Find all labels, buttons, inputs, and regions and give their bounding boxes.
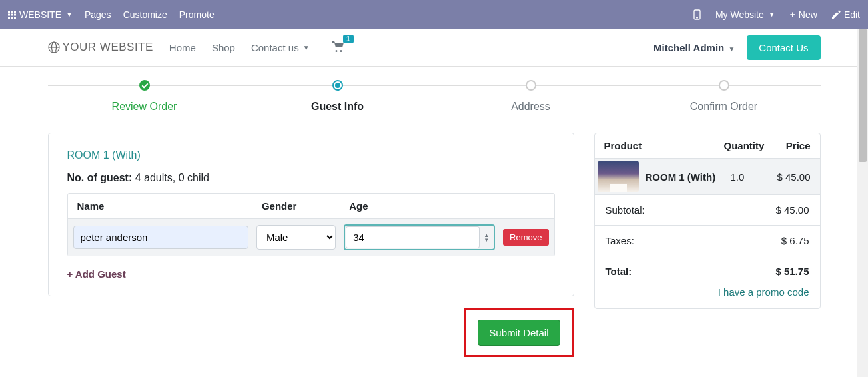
wizard-step-confirm[interactable]: Confirm Order [628, 80, 821, 113]
svg-rect-0 [8, 11, 10, 13]
caret-down-icon: ▼ [769, 11, 775, 18]
svg-rect-1 [11, 11, 13, 13]
summary-taxes: Taxes: $ 6.75 [595, 226, 820, 256]
promo-code-link[interactable]: I have a promo code [718, 286, 809, 298]
submit-highlight: Submit Detail [464, 308, 574, 357]
submit-detail-button[interactable]: Submit Detail [478, 320, 560, 346]
plus-icon: + [790, 9, 795, 20]
room-title: ROOM 1 (With) [67, 149, 555, 161]
mobile-icon [693, 9, 701, 20]
svg-rect-4 [11, 13, 13, 15]
checkout-wizard: Review Order Guest Info Address Confirm … [48, 80, 821, 113]
summary-total: Total: $ 51.75 [595, 256, 820, 286]
guest-age-input[interactable] [346, 226, 480, 248]
customize-link[interactable]: Customize [123, 9, 167, 20]
svg-rect-7 [11, 17, 13, 19]
guest-table: Name Gender Age Male [67, 193, 555, 256]
active-dot-icon [332, 80, 343, 91]
number-spinner[interactable]: ▲▼ [480, 226, 493, 248]
nav-shop[interactable]: Shop [212, 42, 235, 53]
taxes-label: Taxes: [606, 235, 634, 246]
th-age: Age [340, 194, 499, 219]
pages-link[interactable]: Pages [85, 9, 111, 20]
user-dropdown[interactable]: Mitchell Admin ▼ [653, 42, 735, 53]
site-nav: YOUR WEBSITE Home Shop Contact us ▼ 1 Mi… [0, 29, 868, 67]
wizard-step-guest[interactable]: Guest Info [241, 80, 434, 113]
brand[interactable]: YOUR WEBSITE [48, 41, 153, 54]
nav-contact-caret: ▼ [303, 44, 310, 51]
empty-dot-icon [526, 80, 536, 91]
grid-icon [8, 11, 16, 19]
wizard-step-address[interactable]: Address [434, 80, 628, 113]
guest-count-value: 4 adults, 0 child [135, 172, 209, 183]
order-summary: Product Quantity Price ROOM 1 (With) 1.0… [594, 133, 821, 309]
svg-rect-2 [14, 11, 16, 13]
th-product: Product [604, 140, 724, 151]
subtotal-label: Subtotal: [606, 204, 645, 216]
cart-button[interactable]: 1 [332, 41, 344, 54]
product-thumbnail [598, 161, 639, 192]
th-name: Name [68, 194, 252, 219]
user-label: Mitchell Admin [653, 42, 724, 53]
edit-label: Edit [844, 9, 860, 20]
item-name: ROOM 1 (With) [646, 171, 731, 183]
item-price: $ 45.00 [764, 171, 811, 183]
nav-home[interactable]: Home [169, 42, 196, 53]
svg-rect-3 [8, 13, 10, 15]
wizard-step-label: Address [434, 101, 628, 113]
subtotal-value: $ 45.00 [775, 204, 809, 216]
new-label: New [799, 9, 817, 20]
wizard-step-label: Guest Info [241, 101, 434, 113]
item-qty: 1.0 [731, 171, 764, 183]
guest-count-label: No. of guest: [67, 172, 133, 183]
taxes-value: $ 6.75 [781, 235, 809, 246]
wizard-step-review[interactable]: Review Order [48, 80, 241, 113]
summary-subtotal: Subtotal: $ 45.00 [595, 195, 820, 226]
total-value: $ 51.75 [775, 266, 809, 277]
summary-line-item: ROOM 1 (With) 1.0 $ 45.00 [595, 158, 820, 195]
vertical-scrollbar[interactable] [857, 29, 868, 377]
globe-icon [48, 41, 60, 53]
brand-label: YOUR WEBSITE [63, 41, 153, 54]
th-price: Price [771, 140, 811, 151]
th-quantity: Quantity [724, 140, 771, 151]
total-label: Total: [606, 266, 632, 277]
pencil-icon [832, 10, 841, 19]
guest-row: Male ▲▼ Remove [68, 219, 554, 256]
promo-row: I have a promo code [595, 286, 820, 308]
wizard-step-label: Review Order [48, 101, 241, 113]
guest-info-card: ROOM 1 (With) No. of guest: 4 adults, 0 … [48, 133, 574, 296]
nav-contact[interactable]: Contact us [251, 42, 299, 53]
new-button[interactable]: + New [790, 9, 817, 20]
mobile-preview[interactable] [693, 9, 701, 20]
svg-rect-8 [14, 17, 16, 19]
promote-link[interactable]: Promote [179, 9, 215, 20]
remove-guest-button[interactable]: Remove [503, 229, 548, 246]
svg-rect-5 [14, 13, 16, 15]
cart-icon [332, 41, 344, 52]
caret-down-icon: ▼ [66, 11, 73, 18]
cart-count-badge: 1 [343, 35, 354, 43]
mysite-label: My Website [715, 9, 764, 20]
contact-us-button[interactable]: Contact Us [747, 35, 820, 60]
add-guest-button[interactable]: + Add Guest [67, 268, 126, 280]
empty-dot-icon [719, 80, 729, 91]
wizard-step-label: Confirm Order [628, 101, 821, 113]
website-menu[interactable]: WEBSITE ▼ [8, 9, 73, 20]
check-icon [139, 80, 150, 91]
guest-gender-select[interactable]: Male [256, 225, 336, 250]
scrollbar-thumb[interactable] [859, 29, 867, 162]
guest-name-input[interactable] [73, 226, 248, 249]
website-menu-label: WEBSITE [19, 9, 61, 20]
mysite-dropdown[interactable]: My Website ▼ [715, 9, 775, 20]
edit-button[interactable]: Edit [832, 9, 860, 20]
admin-topbar: WEBSITE ▼ Pages Customize Promote My Web… [0, 0, 868, 29]
th-gender: Gender [252, 194, 340, 219]
guest-count: No. of guest: 4 adults, 0 child [67, 172, 555, 184]
svg-point-10 [697, 17, 698, 18]
caret-down-icon: ▼ [728, 45, 735, 53]
svg-rect-6 [8, 17, 10, 19]
